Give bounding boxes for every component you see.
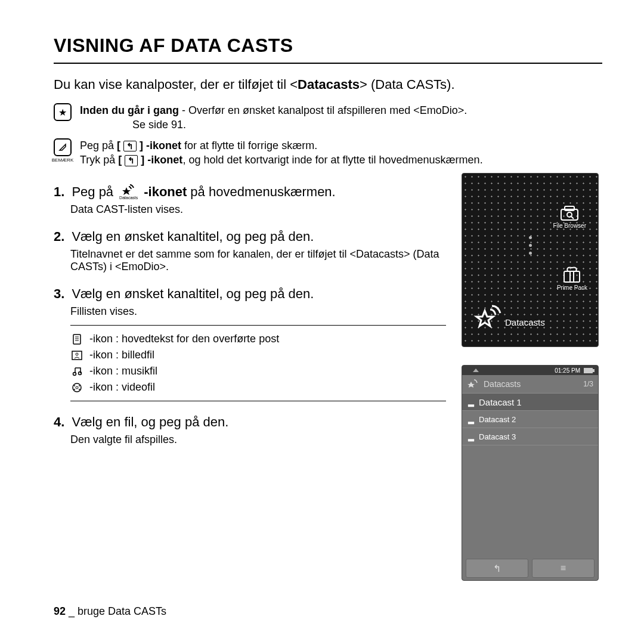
before-text-1: - Overfør en ønsket kanalpost til afspil…: [179, 104, 467, 116]
svg-rect-22: [593, 369, 595, 372]
play-status-icon: [473, 369, 479, 372]
status-bar: 01:25 PM: [462, 366, 598, 375]
note-line-1: Peg på [ ↰ ] -ikonet for at flytte til f…: [80, 138, 483, 153]
home-prime-pack-icon: Prime Pack: [557, 265, 587, 291]
svg-rect-21: [584, 368, 593, 373]
back-button[interactable]: ↰: [466, 559, 528, 578]
step-1-sub: Data CAST-listen vises.: [70, 203, 446, 216]
list-counter: 1/3: [583, 380, 593, 388]
menu-button[interactable]: ≡: [532, 559, 595, 578]
image-icon: [70, 351, 83, 360]
step-1: Peg på Datacasts -ikonet på hovedmenuskæ…: [54, 184, 446, 216]
icon-line-video: -ikon : videofil: [70, 381, 446, 394]
folder-icon: ▂: [468, 398, 474, 407]
before-text-2: Se side 91.: [132, 117, 186, 132]
svg-rect-0: [73, 335, 80, 344]
note-callout: BEMÆRK Peg på [ ↰ ] -ikonet for at flytt…: [54, 138, 602, 168]
folder-icon: ▂: [468, 432, 474, 441]
datacasts-icon: Datacasts: [119, 184, 138, 200]
bottom-bar: ↰ ≡: [462, 556, 598, 580]
list-item[interactable]: ▂ Datacast 1: [462, 394, 598, 411]
step-4: Vælg en fil, og peg på den. Den valgte f…: [54, 414, 446, 446]
instruction-column: Peg på Datacasts -ikonet på hovedmenuskæ…: [54, 173, 446, 581]
home-paging-dots: [529, 236, 532, 255]
step-3-sub: Fillisten vises.: [70, 305, 446, 318]
step-3: Vælg en ønsket kanaltitel, og peg på den…: [54, 286, 446, 401]
svg-point-13: [74, 389, 75, 390]
device-list-screen: 01:25 PM Datacasts 1/3 ▂ Datacast 1 ▂ Da…: [462, 365, 599, 581]
battery-icon: [584, 368, 595, 373]
step-2: Vælg en ønsket kanaltitel, og peg på den…: [54, 229, 446, 273]
note-line-2: Tryk på [ ↰ ] -ikonet, og hold det kortv…: [80, 153, 483, 167]
page-title: VISNING AF DATA CASTS: [54, 35, 602, 57]
list-item-label: Datacast 2: [479, 415, 516, 424]
svg-point-9: [73, 383, 81, 392]
title-rule: [54, 63, 602, 64]
intro-text: Du kan vise kanalposter, der er tilføjet…: [54, 77, 602, 92]
document-icon: [70, 334, 83, 345]
note-label: BEMÆRK: [52, 157, 73, 163]
step-3-divider: [70, 325, 446, 326]
svg-point-11: [74, 385, 75, 386]
intro-prefix: Du kan vise kanalposter, der er tilføjet…: [54, 77, 298, 92]
device-home-screen: File Browser Prime Pack Datacasts: [462, 173, 599, 347]
status-time: 01:25 PM: [555, 367, 580, 374]
icon-line-text: -ikon : hovedtekst for den overførte pos…: [70, 333, 446, 345]
home-datacasts-icon: [475, 304, 503, 329]
icon-line-image: -ikon : billedfil: [70, 349, 446, 361]
manual-page: VISNING AF DATA CASTS Du kan vise kanalp…: [0, 0, 644, 644]
back-icon: ↰: [123, 141, 137, 152]
intro-bold: Datacasts: [298, 77, 360, 92]
svg-point-5: [76, 353, 78, 355]
list-header: Datacasts 1/3: [462, 375, 598, 394]
svg-point-14: [79, 389, 80, 390]
step-4-sub: Den valgte fil afspilles.: [70, 434, 446, 446]
svg-point-10: [76, 386, 78, 389]
step-2-sub: Titelnavnet er det samme som for kanalen…: [70, 248, 446, 273]
note-icon: BEMÆRK: [54, 138, 72, 168]
intro-suffix: > (Data CASTs).: [360, 77, 455, 92]
page-footer: 92 _ bruge Data CASTs: [54, 605, 166, 618]
home-datacasts-label: Datacasts: [505, 317, 545, 327]
svg-rect-20: [570, 271, 574, 282]
svg-point-12: [79, 385, 80, 386]
datacasts-small-icon: [467, 379, 479, 389]
step-3-divider-2: [70, 401, 446, 401]
svg-line-18: [571, 216, 574, 219]
back-icon: ↰: [125, 155, 138, 166]
before-you-start-callout: ★ Inden du går i gang - Overfør en ønske…: [54, 103, 602, 132]
svg-point-17: [567, 212, 572, 217]
page-number: 92: [54, 605, 66, 617]
list-item-label: Datacast 3: [479, 432, 516, 441]
home-file-browser-icon: File Browser: [553, 205, 586, 229]
icon-line-music: -ikon : musikfil: [70, 365, 446, 377]
svg-point-7: [79, 371, 82, 374]
star-box-icon: ★: [54, 103, 72, 132]
list-item-label: Datacast 1: [479, 397, 522, 407]
list-item[interactable]: ▂ Datacast 3: [462, 428, 598, 445]
video-icon: [70, 382, 83, 393]
music-icon: [70, 366, 83, 377]
folder-icon: ▂: [468, 415, 474, 424]
footer-section: bruge Data CASTs: [78, 605, 166, 617]
svg-rect-19: [564, 271, 580, 282]
list-item[interactable]: ▂ Datacast 2: [462, 411, 598, 428]
before-label: Inden du går i gang: [80, 104, 179, 116]
